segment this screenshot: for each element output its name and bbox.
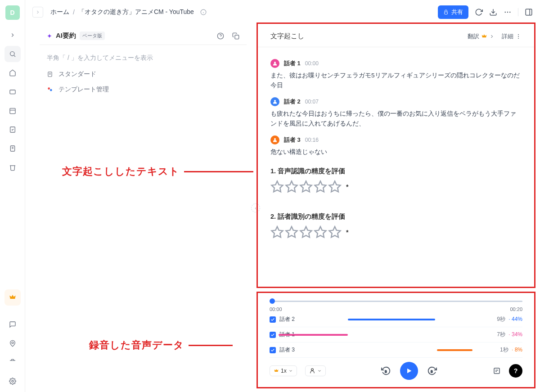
crown-icon — [481, 33, 487, 40]
rating-star[interactable] — [270, 225, 284, 239]
speaker-row[interactable]: 話者 2 9秒 · 44% — [270, 312, 522, 327]
time-start: 00:00 — [270, 306, 282, 312]
svg-rect-19 — [526, 9, 532, 15]
svg-rect-49 — [494, 368, 500, 374]
calendar-nav[interactable] — [4, 103, 21, 119]
rating-star[interactable] — [328, 180, 342, 194]
utterance-text[interactable]: も疲れたな今日はおうちに帰ったら、僕の一番のお気に入り返信をベラがもう大手ファン… — [270, 109, 522, 128]
utterance[interactable]: 話者 2 00:07 も疲れたな今日はおうちに帰ったら、僕の一番のお気に入り返信… — [270, 97, 522, 128]
timeline-knob[interactable] — [270, 298, 275, 304]
tasks-nav[interactable] — [4, 122, 21, 138]
utterance-text[interactable]: 危ない構造じゃない — [270, 147, 522, 157]
copy-icon[interactable] — [232, 32, 239, 40]
info-icon[interactable] — [200, 9, 207, 15]
transcript-title: 文字起こし — [270, 32, 304, 41]
rating-2-stars: * — [270, 225, 522, 239]
transcript-sync-button[interactable] — [493, 367, 501, 375]
menu-template-mgmt[interactable]: テンプレート管理 — [40, 82, 247, 97]
slash-menu-hint: 半角「 / 」を入力してメニューを表示 — [40, 45, 247, 67]
translate-button[interactable]: 翻訳 — [468, 32, 495, 41]
home-nav[interactable] — [4, 65, 21, 81]
svg-line-1 — [14, 55, 15, 57]
svg-marker-39 — [329, 181, 341, 192]
svg-marker-38 — [315, 181, 326, 192]
speaker-percent: · 8% — [510, 347, 522, 353]
speaker-row[interactable]: 話者 1 7秒 · 34% — [270, 327, 522, 342]
search-nav[interactable] — [4, 46, 21, 62]
doc-icon — [47, 71, 54, 77]
svg-point-18 — [509, 12, 510, 13]
notes-nav[interactable] — [4, 140, 21, 157]
utterance[interactable]: 話者 1 00:00 また、彼はお喋りセンチフェラガモ5リアルフィギュアシリーズ… — [270, 59, 522, 90]
rating-star[interactable] — [299, 225, 313, 239]
speaker-duration: 1秒 · 8% — [500, 346, 522, 354]
utterance-text[interactable]: また、彼はお喋りセンチフェラガモ5リアルフィギュアシリーズの隠れコレクターなのだ… — [270, 71, 522, 90]
annotation-audio: 録音した音声データ — [89, 338, 232, 352]
speaker-percent: · 44% — [507, 316, 522, 322]
more-button[interactable] — [504, 8, 512, 16]
svg-text:3: 3 — [385, 369, 387, 374]
svg-point-16 — [505, 12, 506, 13]
svg-marker-47 — [407, 369, 411, 374]
transcript-panel: 文字起こし 翻訳 詳細 話者 1 00:00 また、彼はお喋りセンチフェラガモ5… — [256, 23, 536, 288]
download-button[interactable] — [489, 8, 497, 16]
feedback-nav[interactable] — [4, 316, 21, 333]
menu-standard-label: スタンダード — [58, 70, 96, 78]
svg-point-0 — [10, 52, 14, 56]
trash-nav[interactable] — [4, 159, 21, 176]
refresh-button[interactable] — [475, 8, 483, 16]
location-nav[interactable] — [4, 335, 21, 351]
svg-marker-43 — [315, 226, 326, 237]
svg-point-31 — [518, 38, 519, 39]
skip-back[interactable]: 3 — [381, 366, 391, 376]
ai-summary-panel: ✦ AI要約 ベータ版 半角「 / 」を入力してメニューを表示 スタンダード テ… — [40, 27, 247, 97]
rating-star[interactable] — [285, 225, 298, 239]
utterance[interactable]: 話者 3 00:16 危ない構造じゃない — [270, 135, 522, 157]
speaker-activity-bar — [437, 349, 472, 351]
help-fab[interactable]: ? — [509, 364, 522, 378]
crown-icon — [274, 368, 279, 374]
rating-star[interactable] — [299, 180, 313, 194]
folder-nav[interactable] — [4, 84, 21, 100]
svg-marker-41 — [286, 226, 297, 237]
rating-star[interactable] — [328, 225, 342, 239]
delete-nav[interactable] — [4, 354, 21, 370]
play-button[interactable] — [400, 362, 418, 380]
speaker-name: 話者 2 — [284, 98, 301, 106]
share-button[interactable]: 共有 — [438, 5, 468, 19]
menu-standard[interactable]: スタンダード — [40, 67, 247, 82]
speaker-avatar-icon — [270, 97, 279, 106]
page-title: 「オタクの逝き方」アニメCM - YouTube — [78, 8, 194, 16]
speaker-row[interactable]: 話者 3 1秒 · 8% — [270, 342, 522, 358]
workspace-avatar[interactable]: D — [5, 5, 20, 20]
speaker-checkbox[interactable] — [270, 332, 276, 338]
help-icon[interactable] — [217, 32, 224, 40]
svg-point-30 — [518, 36, 519, 37]
lock-icon — [443, 9, 449, 15]
svg-rect-3 — [10, 108, 15, 114]
panel-toggle-button[interactable] — [518, 8, 533, 16]
breadcrumb-home[interactable]: ホーム — [50, 8, 69, 16]
collapse-sidebar-button[interactable] — [4, 27, 21, 43]
upgrade-crown[interactable] — [4, 289, 21, 306]
playback-timeline[interactable] — [270, 297, 522, 306]
detail-button[interactable]: 詳細 — [502, 32, 522, 41]
rating-star[interactable] — [314, 180, 327, 194]
back-button[interactable] — [32, 7, 43, 18]
breadcrumb: ホーム / 「オタクの逝き方」アニメCM - YouTube — [50, 8, 207, 16]
required-mark: * — [346, 229, 348, 236]
rating-star[interactable] — [314, 225, 327, 239]
svg-marker-37 — [301, 181, 312, 192]
rating-star[interactable] — [270, 180, 284, 194]
svg-point-27 — [48, 87, 50, 90]
speaker-checkbox[interactable] — [270, 316, 276, 323]
speaker-checkbox[interactable] — [270, 347, 276, 353]
speaker-avatar-icon — [270, 59, 279, 68]
menu-template-label: テンプレート管理 — [58, 86, 109, 94]
settings-nav[interactable] — [4, 373, 21, 389]
beta-badge: ベータ版 — [80, 32, 105, 40]
speaker-filter[interactable] — [305, 365, 326, 376]
skip-forward[interactable]: 3 — [427, 366, 437, 376]
rating-star[interactable] — [285, 180, 298, 194]
playback-speed[interactable]: 1x — [270, 365, 297, 376]
